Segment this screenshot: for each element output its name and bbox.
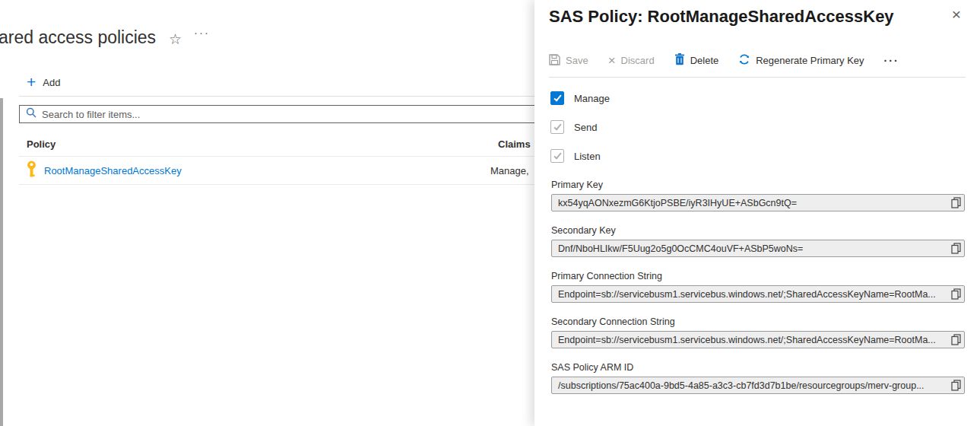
send-checkbox bbox=[550, 120, 564, 134]
regenerate-label: Regenerate Primary Key bbox=[756, 55, 864, 66]
permission-row-listen: Listen bbox=[550, 149, 601, 163]
copy-icon[interactable] bbox=[947, 377, 964, 393]
discard-label: Discard bbox=[621, 55, 655, 66]
copy-icon[interactable] bbox=[947, 195, 964, 211]
manage-checkbox[interactable] bbox=[550, 91, 564, 105]
divider bbox=[19, 184, 537, 185]
copy-icon[interactable] bbox=[947, 332, 964, 348]
sas-policy-panel: SAS Policy: RootManageSharedAccessKey × … bbox=[534, 0, 980, 426]
listen-label: Listen bbox=[574, 151, 601, 162]
column-header-policy[interactable]: Policy bbox=[27, 138, 56, 150]
divider bbox=[19, 96, 537, 97]
add-button-label: Add bbox=[43, 77, 60, 88]
plus-icon: + bbox=[27, 75, 36, 90]
delete-label: Delete bbox=[690, 55, 719, 66]
permission-row-manage: Manage bbox=[550, 91, 610, 105]
primary-connection-string-value[interactable]: Endpoint=sb://servicebusm1.servicebus.wi… bbox=[552, 289, 947, 300]
policy-row-link[interactable]: RootManageSharedAccessKey bbox=[44, 165, 182, 176]
regenerate-primary-key-button[interactable]: Regenerate Primary Key bbox=[738, 53, 864, 68]
primary-key-field: kx54yqAONxezmG6KtjoPSBE/iyR3IHyUE+ASbGcn… bbox=[551, 194, 965, 211]
vertical-scrollbar[interactable] bbox=[0, 98, 3, 426]
add-button[interactable]: + Add bbox=[27, 75, 60, 90]
page-more-icon[interactable]: ··· bbox=[194, 26, 210, 39]
listen-checkbox bbox=[550, 149, 564, 163]
policy-row-claims: Manage, bbox=[490, 165, 529, 176]
discard-button[interactable]: × Discard bbox=[608, 55, 655, 67]
search-input[interactable] bbox=[42, 109, 536, 120]
page-title: ared access policies bbox=[0, 27, 156, 48]
column-header-claims[interactable]: Claims bbox=[498, 138, 531, 150]
key-icon bbox=[26, 161, 37, 181]
sas-policy-arm-id-value[interactable]: /subscriptions/75ac400a-9bd5-4a85-a3c3-c… bbox=[552, 380, 947, 391]
save-icon bbox=[549, 54, 560, 68]
primary-connection-string-label: Primary Connection String bbox=[551, 271, 662, 281]
primary-connection-string-field: Endpoint=sb://servicebusm1.servicebus.wi… bbox=[551, 285, 965, 303]
delete-trash-icon bbox=[674, 53, 685, 68]
copy-icon[interactable] bbox=[947, 240, 964, 256]
panel-toolbar: Save × Discard Delete bbox=[549, 53, 899, 68]
toolbar-more-icon[interactable]: ··· bbox=[884, 55, 899, 67]
secondary-key-value[interactable]: Dnf/NboHLIkw/F5Uug2o5g0OcCMC4ouVF+ASbP5w… bbox=[552, 243, 947, 254]
refresh-icon bbox=[738, 53, 750, 68]
divider bbox=[549, 77, 966, 78]
divider bbox=[19, 156, 537, 157]
primary-key-value[interactable]: kx54yqAONxezmG6KtjoPSBE/iyR3IHyUE+ASbGcn… bbox=[552, 198, 947, 208]
sas-policy-arm-id-label: SAS Policy ARM ID bbox=[551, 362, 633, 373]
save-label: Save bbox=[566, 55, 588, 66]
secondary-key-field: Dnf/NboHLIkw/F5Uug2o5g0OcCMC4ouVF+ASbP5w… bbox=[551, 240, 965, 257]
copy-icon[interactable] bbox=[947, 286, 964, 302]
filter-search-box[interactable] bbox=[19, 105, 537, 123]
delete-button[interactable]: Delete bbox=[674, 53, 719, 68]
search-icon bbox=[26, 107, 36, 121]
favorite-star-icon[interactable]: ☆ bbox=[169, 30, 182, 48]
save-button[interactable]: Save bbox=[549, 54, 588, 68]
discard-icon: × bbox=[608, 55, 616, 67]
secondary-connection-string-value[interactable]: Endpoint=sb://servicebusm1.servicebus.wi… bbox=[552, 335, 947, 345]
secondary-connection-string-field: Endpoint=sb://servicebusm1.servicebus.wi… bbox=[551, 331, 965, 348]
sas-policy-arm-id-field: /subscriptions/75ac400a-9bd5-4a85-a3c3-c… bbox=[551, 377, 965, 394]
send-label: Send bbox=[574, 122, 597, 133]
permission-row-send: Send bbox=[550, 120, 597, 134]
manage-label: Manage bbox=[574, 93, 610, 104]
panel-title: SAS Policy: RootManageSharedAccessKey bbox=[549, 7, 894, 27]
secondary-connection-string-label: Secondary Connection String bbox=[551, 316, 675, 327]
primary-key-label: Primary Key bbox=[551, 180, 603, 190]
azure-portal-page: ared access policies ☆ ··· + Add Policy … bbox=[0, 0, 980, 426]
secondary-key-label: Secondary Key bbox=[551, 225, 616, 236]
close-icon[interactable]: × bbox=[952, 6, 961, 22]
